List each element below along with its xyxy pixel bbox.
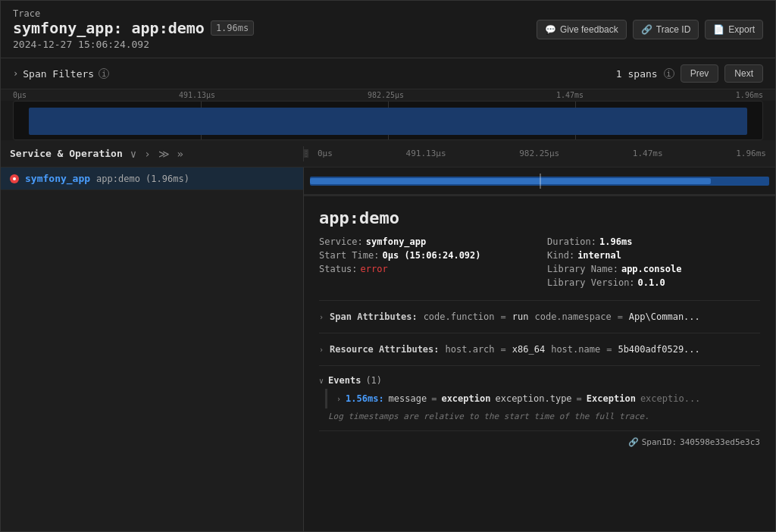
ruler-labels: 0μs 491.13μs 982.25μs 1.47ms 1.96ms [13, 91, 763, 101]
service-op-header: Service & Operation ∨ › ≫ » ⋮ 0μs 491.13… [1, 140, 775, 167]
span-attr-chevron: › [319, 313, 324, 321]
event-chevron: › [336, 395, 341, 403]
meta-libname-row: Library Name: app.console [547, 264, 760, 274]
span-attr-val2: App\Comman... [629, 311, 700, 322]
kind-label: Kind: [547, 250, 574, 261]
ruler-tick-3: 1.47ms [556, 91, 584, 99]
span-attr-eq1: = [501, 311, 506, 322]
resource-attr-key1: host.arch [446, 344, 495, 355]
collapse-icon[interactable]: ≫ [157, 146, 171, 161]
kind-value: internal [577, 250, 621, 261]
span-id-label: SpanID: [642, 437, 677, 447]
event-key1: message [389, 393, 427, 404]
log-note: Log timestamps are relative to the start… [319, 408, 760, 424]
trace-name: symfony_app: app:demo [13, 19, 205, 37]
events-count: (1) [365, 375, 382, 386]
lib-name-value: app.console [621, 264, 681, 274]
spans-count: 1 spans [616, 68, 658, 80]
status-value: error [361, 264, 388, 274]
operation-name: app:demo (1.96ms) [96, 174, 189, 184]
span-filters-label: Span Filters [23, 68, 94, 80]
header: Trace symfony_app: app:demo 1.96ms 2024-… [1, 1, 775, 58]
trace-left-panel: symfony_app app:demo (1.96ms) [1, 167, 304, 531]
tl-tick-0: 0μs [318, 149, 333, 158]
feedback-icon: 💬 [545, 24, 556, 35]
spans-count-info-icon[interactable]: i [664, 68, 674, 79]
events-section: ∨ Events (1) › 1.56ms: message = excepti… [319, 365, 760, 424]
expand-icon[interactable]: › [142, 146, 152, 161]
span-filters-right: 1 spans i Prev Next [616, 64, 763, 83]
trace-id-button[interactable]: 🔗 Trace ID [633, 20, 699, 39]
event-ellipsis: exceptio... [640, 393, 700, 404]
ruler-tick-0: 0μs [13, 91, 27, 99]
export-button[interactable]: 📄 Export [705, 20, 763, 39]
status-label: Status: [319, 264, 358, 274]
span-attr-key2: code.namespace [534, 311, 611, 322]
lib-version-value: 0.1.0 [638, 277, 665, 288]
resource-attr-eq1: = [501, 344, 506, 355]
tl-tick-2: 982.25μs [519, 149, 559, 158]
meta-starttime-row: Start Time: 0μs (15:06:24.092) [319, 250, 532, 261]
collapse-all-icon[interactable]: ∨ [129, 146, 138, 161]
event-val1: exception [441, 393, 490, 404]
tl-tick-1: 491.13μs [406, 149, 446, 158]
service-name: symfony_app [25, 173, 90, 184]
span-attr-label: Span Attributes: [330, 311, 418, 322]
span-attributes-section: › Span Attributes: code.function = run c… [319, 300, 760, 333]
header-left: Trace symfony_app: app:demo 1.96ms 2024-… [13, 8, 254, 50]
duration-value: 1.96ms [599, 236, 632, 247]
resource-attributes-row[interactable]: › Resource Attributes: host.arch = x86_6… [319, 340, 760, 359]
service-value: symfony_app [366, 236, 426, 247]
trace-id-icon: 🔗 [641, 24, 652, 35]
event-val2: Exception [587, 393, 636, 404]
trace-rows: symfony_app app:demo (1.96ms) app:demo [1, 167, 775, 531]
give-feedback-button[interactable]: 💬 Give feedback [537, 20, 627, 39]
section-label: Trace [13, 8, 254, 19]
resource-attr-val1: x86_64 [512, 344, 545, 355]
span-attr-val1: run [512, 311, 529, 322]
service-op-label: Service & Operation [10, 148, 123, 159]
next-button[interactable]: Next [724, 64, 763, 83]
span-filters-bar: › Span Filters i 1 spans i Prev Next [1, 58, 775, 89]
events-chevron: ∨ [319, 377, 324, 385]
duration-label: Duration: [547, 236, 596, 247]
lib-name-label: Library Name: [547, 264, 618, 274]
trace-row[interactable]: symfony_app app:demo (1.96ms) [1, 167, 303, 190]
header-title-row: symfony_app: app:demo 1.96ms [13, 19, 254, 37]
timestamp: 2024-12-27 15:06:24.092 [13, 39, 254, 50]
detail-panel: app:demo Service: symfony_app Duration: … [304, 195, 775, 531]
span-bar-marker [540, 174, 541, 189]
span-filters-chevron[interactable]: › [13, 68, 18, 79]
page-wrapper: Trace symfony_app: app:demo 1.96ms 2024-… [0, 0, 776, 532]
resource-attributes-section: › Resource Attributes: host.arch = x86_6… [319, 333, 760, 365]
service-op-left: Service & Operation ∨ › ≫ » [1, 146, 304, 161]
service-label: Service: [319, 236, 363, 247]
span-filters-left: › Span Filters i [13, 68, 109, 80]
ruler-tick-4: 1.96ms [736, 91, 763, 99]
trace-right-panel: app:demo Service: symfony_app Duration: … [304, 167, 775, 531]
span-attributes-row[interactable]: › Span Attributes: code.function = run c… [319, 307, 760, 327]
main-content: Service & Operation ∨ › ≫ » ⋮ 0μs 491.13… [1, 140, 775, 531]
ruler-tick-1: 491.13μs [179, 91, 215, 99]
event-key2: exception.type [495, 393, 571, 404]
start-time-label: Start Time: [319, 250, 379, 261]
control-icons: ∨ › ≫ » [129, 146, 185, 161]
meta-kind-row: Kind: internal [547, 250, 760, 261]
events-header[interactable]: ∨ Events (1) [319, 372, 760, 389]
service-dot [10, 174, 19, 183]
more-icon[interactable]: » [176, 146, 185, 161]
export-icon: 📄 [713, 24, 724, 35]
span-attr-key1: code.function [424, 311, 495, 322]
prev-button[interactable]: Prev [681, 64, 719, 83]
resource-attr-chevron: › [319, 346, 324, 354]
trace-bars-area [304, 167, 775, 195]
event-row-1[interactable]: › 1.56ms: message = exception exception.… [325, 389, 760, 408]
link-icon: 🔗 [628, 437, 639, 447]
tl-tick-3: 1.47ms [633, 149, 663, 158]
events-label: Events [328, 375, 361, 386]
lib-version-label: Library Version: [547, 277, 635, 288]
detail-op-name: app:demo [319, 208, 760, 227]
meta-libversion-row: Library Version: 0.1.0 [547, 277, 760, 288]
span-filters-info-icon[interactable]: i [99, 68, 109, 79]
header-top: Trace symfony_app: app:demo 1.96ms 2024-… [13, 8, 763, 50]
